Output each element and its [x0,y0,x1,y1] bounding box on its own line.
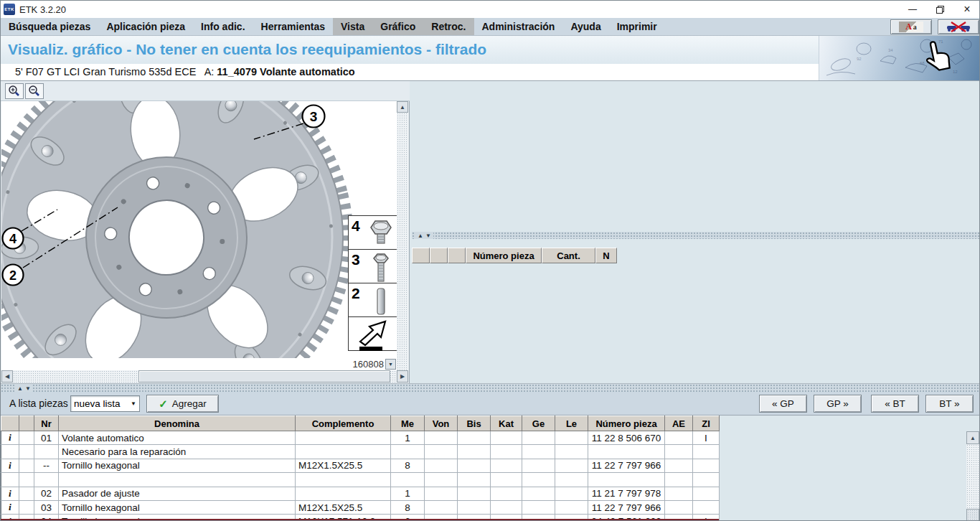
table-row[interactable]: i 02Pasador de ajuste 1 11 21 7 797 978 [1,487,720,500]
prev-bt-button[interactable]: « BT [871,395,919,413]
parts-table-region: Nr Denomina Complemento Me Von Bis Kat G… [1,416,980,521]
table-row[interactable]: i --Tornillo hexagonalM12X1.5X25.5 8 11 … [1,459,720,472]
col-ae[interactable]: AE [665,416,693,431]
parts-table: Nr Denomina Complemento Me Von Bis Kat G… [1,416,720,521]
info-icon[interactable]: i [1,500,19,514]
assembly-prefix: A: [204,66,215,78]
bolt-long-icon [367,252,395,286]
legend-item-3[interactable]: 3 [348,249,397,283]
legend-direction-arrow[interactable] [348,316,397,351]
parts-diagram[interactable]: 3 4 2 4 [1,101,397,358]
close-button[interactable]: × [953,1,980,18]
menu-highlight-group: Vista Gráfico Retroc. [333,18,473,35]
parts-vertical-scrollbar[interactable]: ▲ ▼ [966,431,979,521]
col-select[interactable] [19,416,34,431]
menu-imprimir[interactable]: Imprimir [609,18,665,35]
callout-2[interactable]: 2 [3,265,24,286]
graphic-panel: 3 4 2 4 [1,81,410,383]
col-bis[interactable]: Bis [458,416,491,431]
menu-retroc[interactable]: Retroc. [423,18,473,35]
add-button-label: Agregar [172,398,207,409]
to-parts-list-label: A lista piezas [9,398,68,409]
svg-text:34: 34 [888,48,893,52]
zoom-out-button[interactable] [25,83,44,99]
zoom-in-button[interactable] [5,83,24,99]
vehicle-model: 5' F07 GT LCI Gran Turismo 535d ECE [15,66,196,78]
table-row[interactable] [1,473,720,487]
info-icon[interactable]: i [1,487,19,500]
deselect-vehicle-button[interactable] [938,19,979,34]
menu-aplicacion-pieza[interactable]: Aplicación pieza [98,18,193,35]
hotspot-legend: 4 3 [348,216,397,351]
callout-4[interactable]: 4 [3,228,24,249]
svg-text:3: 3 [310,109,318,124]
col-le[interactable]: Le [555,416,588,431]
col-zi[interactable]: ZI [693,416,720,431]
table-row[interactable]: i 03Tornillo hexagonalM12X1.5X25.5 8 11 … [1,500,720,514]
collapse-up-icon: ▲ [418,233,423,239]
font-size-button[interactable]: Aa [890,19,932,34]
callout-3[interactable]: 3 [303,105,325,128]
svg-text:92: 92 [857,57,862,61]
menu-herramientas[interactable]: Herramientas [253,18,334,35]
info-icon[interactable]: i [1,459,19,472]
next-gp-button[interactable]: GP » [814,395,862,413]
parts-list-dropdown[interactable]: nueva lista ▼ [70,395,140,412]
table-row[interactable]: i 01Volante automatico 1 11 22 8 506 670… [1,431,720,445]
legend-item-2[interactable]: 2 [348,283,397,317]
minimize-button[interactable]: — [899,1,926,18]
crossed-cars-icon [946,22,971,33]
scroll-right-arrow[interactable]: ▶ [397,370,408,382]
collage-doodles: 9234681271 [819,36,980,80]
scroll-left-arrow[interactable]: ◀ [1,370,13,382]
menu-administracion[interactable]: Administración [474,18,563,35]
detail-col-blank1 [412,248,430,263]
direction-arrow-icon [358,319,388,355]
detail-splitter[interactable]: ▲▼ [412,232,980,239]
menu-info-adic[interactable]: Info adic. [193,18,253,35]
list-toolbar: A lista piezas nueva lista ▼ ✓ Agregar «… [1,392,980,416]
col-denomina[interactable]: Denomina [59,416,296,431]
svg-text:2: 2 [9,268,17,283]
add-button[interactable]: ✓ Agregar [146,395,219,413]
scroll-thumb[interactable] [966,509,979,521]
col-numero-pieza[interactable]: Número pieza [588,416,665,431]
graphic-vertical-scrollbar[interactable]: ▲ [397,101,408,370]
zoom-in-icon [8,85,21,98]
col-info[interactable] [1,416,19,431]
svg-text:4: 4 [9,232,17,246]
legend-item-4[interactable]: 4 [348,215,397,250]
collapse-up-icon: ▲ [17,385,23,392]
page-title: Visualiz. gráfico - No tener en cuenta l… [8,41,486,58]
col-kat[interactable]: Kat [491,416,522,431]
window-title: ETK 3.2.20 [19,4,66,15]
detail-col-n[interactable]: N [595,248,617,263]
menubar: Búsqueda piezas Aplicación pieza Info ad… [1,18,980,36]
restore-button[interactable] [926,1,953,18]
col-nr[interactable]: Nr [34,416,59,431]
menu-ayuda[interactable]: Ayuda [562,18,608,35]
menu-vista[interactable]: Vista [333,18,372,35]
detail-col-numero-pieza[interactable]: Número pieza [466,248,542,263]
prev-gp-button[interactable]: « GP [759,395,807,413]
col-ge[interactable]: Ge [522,416,555,431]
info-icon[interactable]: i [1,431,19,445]
splitter-arrows[interactable]: ▲▼ [415,232,433,239]
image-number-dropdown[interactable]: ▼ [385,359,396,370]
detail-col-cant[interactable]: Cant. [542,248,595,263]
scroll-up-arrow[interactable]: ▲ [397,101,408,113]
main-splitter[interactable]: ▲▼ [1,383,980,392]
scroll-up-arrow[interactable]: ▲ [966,431,979,444]
detail-col-blank3 [448,248,466,263]
col-me[interactable]: Me [391,416,425,431]
table-row[interactable]: Necesario para la reparación [1,445,720,459]
collapse-down-icon: ▼ [425,233,431,239]
col-complemento[interactable]: Complemento [296,416,391,431]
menu-busqueda-piezas[interactable]: Búsqueda piezas [1,18,98,35]
col-von[interactable]: Von [425,416,458,431]
next-bt-button[interactable]: BT » [925,395,974,413]
detail-col-blank2 [430,248,448,263]
graphic-horizontal-scrollbar[interactable]: ◀ ▶ [1,370,408,383]
scroll-thumb[interactable] [138,370,390,382]
menu-grafico[interactable]: Gráfico [372,18,423,35]
